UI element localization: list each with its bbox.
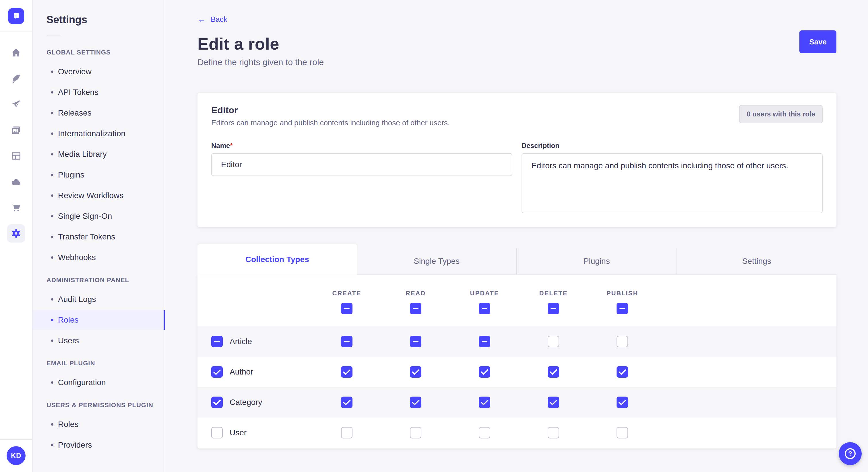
users-with-role-badge[interactable]: 0 users with this role — [739, 105, 823, 123]
sidebar-item-webhooks[interactable]: Webhooks — [33, 248, 165, 267]
permission-row-label: Author — [229, 367, 253, 376]
column-select-all-checkbox[interactable] — [410, 303, 422, 314]
sidebar-item-review-workflows[interactable]: Review Workflows — [33, 186, 165, 205]
permission-checkbox-author-publish[interactable] — [617, 366, 628, 378]
media-library-icon[interactable] — [7, 121, 25, 139]
name-input[interactable] — [211, 153, 513, 176]
bullet-icon — [51, 133, 53, 135]
strapi-settings-edit-role-page: KD Settings GLOBAL SETTINGS Overview API… — [0, 0, 868, 472]
sidebar-item-overview[interactable]: Overview — [33, 62, 165, 81]
tab-plugins[interactable]: Plugins — [516, 248, 677, 275]
permission-column-update: UPDATE — [450, 275, 519, 326]
row-select-checkbox[interactable] — [211, 336, 223, 347]
permission-column-create: CREATE — [312, 275, 381, 326]
permission-cell — [381, 397, 450, 408]
permission-row-label: Category — [229, 398, 262, 407]
permission-checkbox-user-update[interactable] — [479, 427, 490, 438]
sidebar-item-transfer-tokens[interactable]: Transfer Tokens — [33, 227, 165, 247]
avatar[interactable]: KD — [7, 446, 26, 465]
feather-icon[interactable] — [7, 69, 25, 88]
permission-cell — [450, 366, 519, 378]
sidebar-item-label: Audit Logs — [58, 295, 96, 304]
permission-checkbox-user-read[interactable] — [410, 427, 422, 438]
permission-column-label: DELETE — [539, 290, 568, 297]
permission-checkbox-category-read[interactable] — [410, 397, 422, 408]
description-field-group: Description Editors can manage and publi… — [522, 142, 823, 216]
permission-checkbox-category-publish[interactable] — [617, 397, 628, 408]
sidebar-item-providers[interactable]: Providers — [33, 435, 165, 455]
permission-checkbox-category-delete[interactable] — [548, 397, 559, 408]
column-select-all-checkbox[interactable] — [617, 303, 628, 314]
row-select-checkbox[interactable] — [211, 427, 223, 438]
sidebar-item-releases[interactable]: Releases — [33, 103, 165, 123]
permission-checkbox-category-update[interactable] — [479, 397, 490, 408]
strapi-logo[interactable] — [8, 8, 24, 24]
sidebar-item-api-tokens[interactable]: API Tokens — [33, 82, 165, 102]
settings-sidebar: Settings GLOBAL SETTINGS Overview API To… — [33, 0, 165, 472]
home-icon[interactable] — [7, 43, 25, 62]
sidebar-item-label: Configuration — [58, 378, 106, 387]
role-details-card: Editor Editors can manage and publish co… — [197, 93, 836, 227]
row-select-checkbox[interactable] — [211, 397, 223, 408]
sidebar-item-users[interactable]: Users — [33, 331, 165, 350]
column-select-all-checkbox[interactable] — [479, 303, 490, 314]
name-field-group: Name* — [211, 142, 513, 216]
description-textarea[interactable]: Editors can manage and publish contents … — [522, 153, 823, 213]
permission-checkbox-author-create[interactable] — [341, 366, 352, 378]
back-link[interactable]: ← Back — [197, 15, 227, 24]
sidebar-item-internationalization[interactable]: Internationalization — [33, 124, 165, 143]
sidebar-item-audit-logs[interactable]: Audit Logs — [33, 290, 165, 309]
permission-checkbox-author-delete[interactable] — [548, 366, 559, 378]
role-card-heading: Editor Editors can manage and publish co… — [211, 105, 450, 127]
sidebar-item-label: Roles — [58, 315, 79, 325]
cart-icon[interactable] — [7, 198, 25, 217]
permission-checkbox-user-create[interactable] — [341, 427, 352, 438]
sidebar-item-label: Roles — [58, 420, 79, 429]
sidebar-section-label: USERS & PERMISSIONS PLUGIN — [33, 401, 165, 415]
permission-cell — [312, 427, 381, 438]
permission-checkbox-user-delete[interactable] — [548, 427, 559, 438]
bullet-icon — [51, 194, 53, 197]
permission-checkbox-article-publish[interactable] — [617, 336, 628, 347]
sidebar-title: Settings — [33, 0, 165, 26]
paper-plane-icon[interactable] — [7, 95, 25, 113]
row-select-checkbox[interactable] — [211, 366, 223, 378]
sidebar-item-label: Overview — [58, 67, 92, 76]
permission-checkbox-author-read[interactable] — [410, 366, 422, 378]
sidebar-item-label: Internationalization — [58, 129, 125, 138]
permissions-tabs: Collection Types Single Types Plugins Se… — [197, 244, 836, 275]
sidebar-item-plugins[interactable]: Plugins — [33, 165, 165, 185]
permission-checkbox-article-update[interactable] — [479, 336, 490, 347]
permission-checkbox-author-update[interactable] — [479, 366, 490, 378]
role-description-text: Editors can manage and publish contents … — [211, 119, 450, 127]
back-label: Back — [211, 15, 227, 24]
tab-settings[interactable]: Settings — [677, 248, 837, 275]
sidebar-item-media-library[interactable]: Media Library — [33, 144, 165, 164]
permission-checkbox-article-create[interactable] — [341, 336, 352, 347]
sidebar-item-roles[interactable]: Roles — [33, 415, 165, 434]
bullet-icon — [51, 444, 53, 446]
permission-checkbox-user-publish[interactable] — [617, 427, 628, 438]
permission-cell — [381, 336, 450, 347]
sidebar-section-label: ADMINISTRATION PANEL — [33, 276, 165, 290]
column-select-all-checkbox[interactable] — [548, 303, 559, 314]
permission-cell — [450, 336, 519, 347]
permissions-header-row: CREATE READ UPDATE DELETE PUBLISH — [197, 275, 836, 326]
sidebar-item-single-sign-on[interactable]: Single Sign-On — [33, 206, 165, 226]
permission-checkbox-category-create[interactable] — [341, 397, 352, 408]
sidebar-item-configuration[interactable]: Configuration — [33, 373, 165, 392]
page-header: ← Back Edit a role Define the rights giv… — [197, 14, 836, 67]
app-icon-rail: KD — [0, 0, 33, 472]
tab-collection-types[interactable]: Collection Types — [197, 244, 357, 275]
sidebar-item-roles[interactable]: Roles — [33, 310, 165, 330]
column-select-all-checkbox[interactable] — [341, 303, 352, 314]
tab-single-types[interactable]: Single Types — [357, 248, 517, 275]
save-button[interactable]: Save — [799, 30, 836, 53]
settings-gear-icon[interactable] — [7, 224, 25, 243]
permission-checkbox-article-read[interactable] — [410, 336, 422, 347]
cloud-icon[interactable] — [7, 173, 25, 191]
permission-checkbox-article-delete[interactable] — [548, 336, 559, 347]
help-button[interactable]: ? — [839, 442, 862, 465]
layout-icon[interactable] — [7, 147, 25, 165]
description-field-label: Description — [522, 142, 823, 150]
